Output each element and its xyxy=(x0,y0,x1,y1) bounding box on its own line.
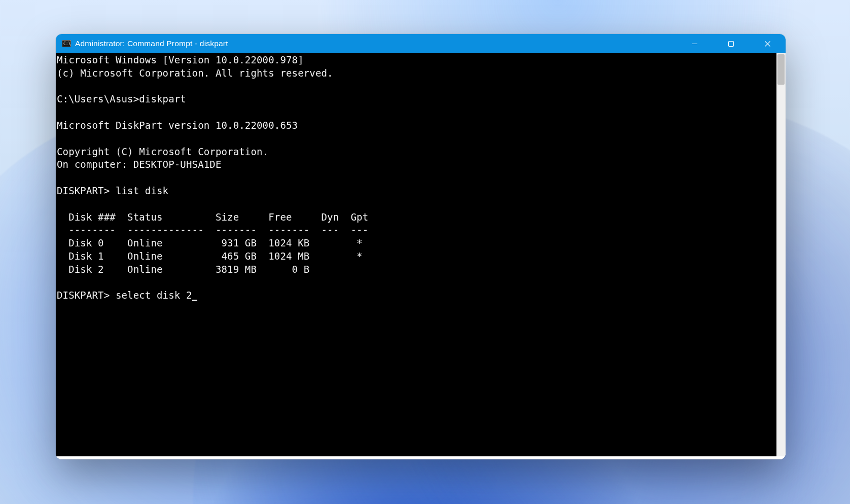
command-select-disk: select disk 2 xyxy=(116,290,192,301)
diskpart-copyright: Copyright (C) Microsoft Corporation. xyxy=(57,146,268,157)
svg-rect-3 xyxy=(728,41,733,46)
os-version-line: Microsoft Windows [Version 10.0.22000.97… xyxy=(57,54,304,65)
window-controls xyxy=(676,34,786,53)
minimize-button[interactable] xyxy=(676,34,713,53)
window-title: Administrator: Command Prompt - diskpart xyxy=(75,39,228,48)
shell-prompt: C:\Users\Asus> xyxy=(57,93,139,104)
vertical-scrollbar[interactable] xyxy=(776,53,786,456)
command-list-disk: list disk xyxy=(116,185,168,196)
window-border-bottom xyxy=(56,456,786,459)
scrollbar-thumb[interactable] xyxy=(777,54,785,85)
disk-table-row: Disk 2 Online 3819 MB 0 B xyxy=(57,264,309,275)
disk-table-row: Disk 1 Online 465 GB 1024 MB * xyxy=(57,250,363,262)
disk-table-divider: -------- ------------- ------- ------- -… xyxy=(57,224,368,235)
disk-table-row: Disk 0 Online 931 GB 1024 KB * xyxy=(57,237,363,248)
disk-table-header: Disk ### Status Size Free Dyn Gpt xyxy=(57,211,368,223)
text-cursor xyxy=(192,300,197,301)
diskpart-computer: On computer: DESKTOP-UHSA1DE xyxy=(57,159,222,170)
os-copyright-line: (c) Microsoft Corporation. All rights re… xyxy=(57,67,333,79)
diskpart-prompt: DISKPART> xyxy=(57,185,110,196)
titlebar[interactable]: C:\ Administrator: Command Prompt - disk… xyxy=(56,34,786,53)
console-area: Microsoft Windows [Version 10.0.22000.97… xyxy=(56,53,786,459)
command-prompt-icon: C:\ xyxy=(62,40,71,48)
diskpart-prompt: DISKPART> xyxy=(57,290,110,301)
maximize-button[interactable] xyxy=(713,34,749,53)
diskpart-version: Microsoft DiskPart version 10.0.22000.65… xyxy=(57,120,298,131)
terminal-output[interactable]: Microsoft Windows [Version 10.0.22000.97… xyxy=(56,53,776,456)
svg-text:C:\: C:\ xyxy=(63,42,71,46)
close-button[interactable] xyxy=(749,34,786,53)
command-diskpart: diskpart xyxy=(139,93,186,104)
command-prompt-window: C:\ Administrator: Command Prompt - disk… xyxy=(56,34,786,459)
